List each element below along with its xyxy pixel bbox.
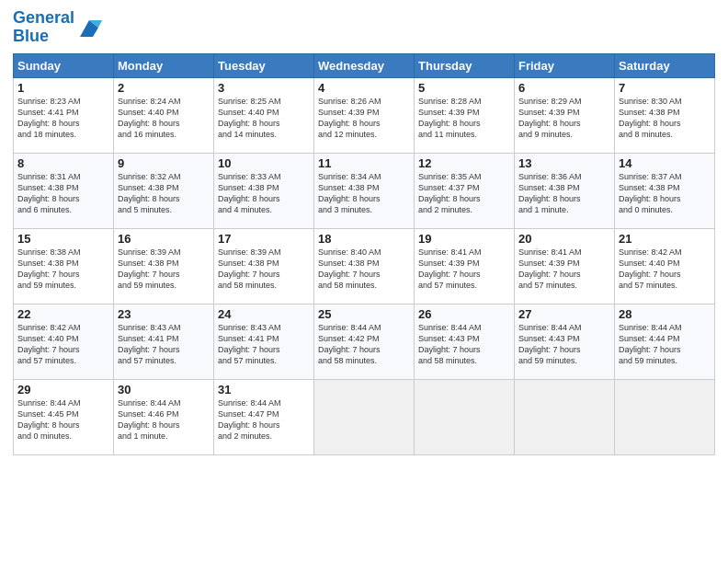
day-number: 12 [418, 156, 510, 170]
day-info: Sunrise: 8:25 AM Sunset: 4:40 PM Dayligh… [218, 96, 310, 141]
day-number: 8 [17, 156, 109, 170]
day-info: Sunrise: 8:24 AM Sunset: 4:40 PM Dayligh… [118, 96, 210, 141]
calendar-cell: 25Sunrise: 8:44 AM Sunset: 4:42 PM Dayli… [314, 304, 415, 379]
calendar-week-5: 29Sunrise: 8:44 AM Sunset: 4:45 PM Dayli… [14, 379, 715, 454]
calendar-body: 1Sunrise: 8:23 AM Sunset: 4:41 PM Daylig… [14, 77, 715, 454]
day-info: Sunrise: 8:41 AM Sunset: 4:39 PM Dayligh… [518, 247, 610, 292]
calendar-cell: 9Sunrise: 8:32 AM Sunset: 4:38 PM Daylig… [114, 153, 214, 228]
calendar-cell: 19Sunrise: 8:41 AM Sunset: 4:39 PM Dayli… [415, 228, 515, 304]
day-info: Sunrise: 8:39 AM Sunset: 4:38 PM Dayligh… [118, 247, 210, 292]
day-info: Sunrise: 8:36 AM Sunset: 4:38 PM Dayligh… [518, 171, 610, 216]
day-number: 26 [418, 307, 510, 321]
calendar-cell: 23Sunrise: 8:43 AM Sunset: 4:41 PM Dayli… [114, 304, 214, 379]
calendar-cell: 5Sunrise: 8:28 AM Sunset: 4:39 PM Daylig… [415, 77, 515, 153]
calendar-cell: 20Sunrise: 8:41 AM Sunset: 4:39 PM Dayli… [515, 228, 615, 304]
calendar-week-3: 15Sunrise: 8:38 AM Sunset: 4:38 PM Dayli… [14, 228, 715, 304]
calendar-cell: 10Sunrise: 8:33 AM Sunset: 4:38 PM Dayli… [214, 153, 314, 228]
day-number: 5 [418, 81, 510, 95]
day-number: 30 [118, 383, 210, 396]
calendar-week-1: 1Sunrise: 8:23 AM Sunset: 4:41 PM Daylig… [14, 77, 715, 153]
day-info: Sunrise: 8:26 AM Sunset: 4:39 PM Dayligh… [318, 96, 410, 141]
day-info: Sunrise: 8:30 AM Sunset: 4:38 PM Dayligh… [619, 96, 711, 141]
day-info: Sunrise: 8:34 AM Sunset: 4:38 PM Dayligh… [318, 171, 410, 216]
day-number: 11 [318, 156, 410, 170]
day-number: 15 [17, 232, 109, 246]
day-number: 1 [17, 81, 109, 95]
calendar-cell [515, 379, 615, 454]
calendar-cell: 6Sunrise: 8:29 AM Sunset: 4:39 PM Daylig… [515, 77, 615, 153]
day-number: 23 [118, 307, 210, 321]
day-number: 17 [218, 232, 310, 246]
day-number: 28 [619, 307, 711, 321]
header: General Blue [13, 9, 715, 46]
calendar-cell [314, 379, 415, 454]
day-number: 16 [118, 232, 210, 246]
day-number: 7 [619, 81, 711, 95]
calendar-week-2: 8Sunrise: 8:31 AM Sunset: 4:38 PM Daylig… [14, 153, 715, 228]
day-info: Sunrise: 8:43 AM Sunset: 4:41 PM Dayligh… [118, 322, 210, 367]
day-info: Sunrise: 8:43 AM Sunset: 4:41 PM Dayligh… [218, 322, 310, 367]
calendar-cell: 2Sunrise: 8:24 AM Sunset: 4:40 PM Daylig… [114, 77, 214, 153]
day-info: Sunrise: 8:44 AM Sunset: 4:42 PM Dayligh… [318, 322, 410, 367]
col-header-monday: Monday [114, 53, 214, 77]
day-info: Sunrise: 8:41 AM Sunset: 4:39 PM Dayligh… [418, 247, 510, 292]
calendar-cell [415, 379, 515, 454]
logo-blue-text: Blue [13, 27, 49, 45]
day-info: Sunrise: 8:23 AM Sunset: 4:41 PM Dayligh… [17, 96, 109, 141]
day-info: Sunrise: 8:33 AM Sunset: 4:38 PM Dayligh… [218, 171, 310, 216]
col-header-thursday: Thursday [415, 53, 515, 77]
day-number: 20 [518, 232, 610, 246]
col-header-tuesday: Tuesday [214, 53, 314, 77]
day-number: 18 [318, 232, 410, 246]
calendar-cell: 15Sunrise: 8:38 AM Sunset: 4:38 PM Dayli… [14, 228, 114, 304]
day-number: 19 [418, 232, 510, 246]
calendar-cell: 31Sunrise: 8:44 AM Sunset: 4:47 PM Dayli… [214, 379, 314, 454]
calendar-cell: 13Sunrise: 8:36 AM Sunset: 4:38 PM Dayli… [515, 153, 615, 228]
calendar-cell: 21Sunrise: 8:42 AM Sunset: 4:40 PM Dayli… [615, 228, 715, 304]
day-number: 21 [619, 232, 711, 246]
page-container: General Blue SundayMondayTuesdayWednesda… [0, 0, 728, 461]
day-info: Sunrise: 8:32 AM Sunset: 4:38 PM Dayligh… [118, 171, 210, 216]
day-number: 29 [17, 383, 109, 396]
day-number: 4 [318, 81, 410, 95]
day-info: Sunrise: 8:44 AM Sunset: 4:46 PM Dayligh… [118, 397, 210, 442]
day-info: Sunrise: 8:37 AM Sunset: 4:38 PM Dayligh… [619, 171, 711, 216]
calendar-cell: 4Sunrise: 8:26 AM Sunset: 4:39 PM Daylig… [314, 77, 415, 153]
col-header-saturday: Saturday [615, 53, 715, 77]
logo-blue: Blue [13, 28, 74, 46]
day-info: Sunrise: 8:31 AM Sunset: 4:38 PM Dayligh… [17, 171, 109, 216]
calendar-cell [615, 379, 715, 454]
col-header-friday: Friday [515, 53, 615, 77]
day-info: Sunrise: 8:39 AM Sunset: 4:38 PM Dayligh… [218, 247, 310, 292]
day-info: Sunrise: 8:44 AM Sunset: 4:43 PM Dayligh… [418, 322, 510, 367]
calendar-cell: 16Sunrise: 8:39 AM Sunset: 4:38 PM Dayli… [114, 228, 214, 304]
calendar-cell: 3Sunrise: 8:25 AM Sunset: 4:40 PM Daylig… [214, 77, 314, 153]
logo-icon [76, 15, 102, 40]
day-number: 6 [518, 81, 610, 95]
calendar-cell: 7Sunrise: 8:30 AM Sunset: 4:38 PM Daylig… [615, 77, 715, 153]
day-number: 22 [17, 307, 109, 321]
day-info: Sunrise: 8:42 AM Sunset: 4:40 PM Dayligh… [17, 322, 109, 367]
day-info: Sunrise: 8:42 AM Sunset: 4:40 PM Dayligh… [619, 247, 711, 292]
day-info: Sunrise: 8:38 AM Sunset: 4:38 PM Dayligh… [17, 247, 109, 292]
calendar-cell: 22Sunrise: 8:42 AM Sunset: 4:40 PM Dayli… [14, 304, 114, 379]
calendar-cell: 29Sunrise: 8:44 AM Sunset: 4:45 PM Dayli… [14, 379, 114, 454]
day-info: Sunrise: 8:35 AM Sunset: 4:37 PM Dayligh… [418, 171, 510, 216]
day-number: 24 [218, 307, 310, 321]
day-number: 25 [318, 307, 410, 321]
day-number: 2 [118, 81, 210, 95]
calendar-week-4: 22Sunrise: 8:42 AM Sunset: 4:40 PM Dayli… [14, 304, 715, 379]
calendar-cell: 26Sunrise: 8:44 AM Sunset: 4:43 PM Dayli… [415, 304, 515, 379]
day-number: 31 [218, 383, 310, 396]
day-number: 3 [218, 81, 310, 95]
logo: General Blue [13, 9, 102, 46]
calendar-header-row: SundayMondayTuesdayWednesdayThursdayFrid… [14, 53, 715, 77]
calendar-cell: 27Sunrise: 8:44 AM Sunset: 4:43 PM Dayli… [515, 304, 615, 379]
calendar-table: SundayMondayTuesdayWednesdayThursdayFrid… [13, 53, 715, 455]
day-info: Sunrise: 8:44 AM Sunset: 4:45 PM Dayligh… [17, 397, 109, 442]
calendar-cell: 24Sunrise: 8:43 AM Sunset: 4:41 PM Dayli… [214, 304, 314, 379]
day-info: Sunrise: 8:44 AM Sunset: 4:47 PM Dayligh… [218, 397, 310, 442]
col-header-wednesday: Wednesday [314, 53, 415, 77]
calendar-cell: 30Sunrise: 8:44 AM Sunset: 4:46 PM Dayli… [114, 379, 214, 454]
calendar-cell: 14Sunrise: 8:37 AM Sunset: 4:38 PM Dayli… [615, 153, 715, 228]
